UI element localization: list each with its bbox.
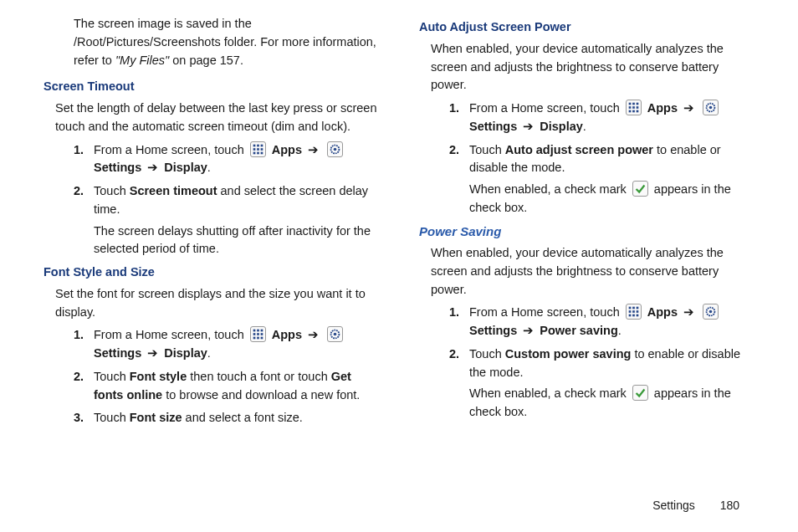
document-page: The screen image is saved in the /Root/P…	[0, 0, 798, 532]
a1-dot: .	[583, 120, 586, 133]
auto-step-1: From a Home screen, touch Apps ➔ Setting…	[449, 100, 755, 136]
font-step-2: Touch Font style then touch a font or to…	[74, 368, 379, 405]
arrow-icon: ➔	[681, 101, 697, 115]
p2-cont1: When enabled, a check mark	[469, 386, 630, 400]
st1-dot: .	[207, 161, 211, 174]
svg-rect-8	[260, 151, 263, 154]
svg-rect-18	[257, 337, 259, 340]
font-desc: Set the font for screen displays and the…	[55, 285, 379, 322]
svg-rect-25	[628, 106, 631, 109]
footer-section: Settings	[652, 499, 695, 512]
svg-rect-41	[636, 315, 638, 317]
svg-rect-26	[632, 106, 635, 109]
svg-rect-37	[632, 310, 635, 313]
f1-settings: Settings	[94, 346, 141, 360]
page-footer: Settings 180	[652, 499, 739, 512]
a2-cont: When enabled, a check mark appears in th…	[469, 181, 755, 217]
p2-cont: When enabled, a check mark appears in th…	[469, 385, 755, 422]
arrow-icon: ➔	[145, 346, 161, 360]
settings-icon	[327, 326, 343, 342]
svg-rect-40	[632, 315, 635, 317]
st1-settings: Settings	[94, 161, 141, 174]
f3-a: Touch	[94, 411, 130, 424]
checkmark-icon	[632, 385, 648, 401]
apps-icon	[626, 100, 642, 115]
intro-ref: "My Files"	[115, 54, 169, 67]
st2-cont: The screen delays shutting off after ina…	[94, 223, 379, 259]
f1-display: Display	[164, 346, 207, 360]
apps-icon	[250, 326, 266, 342]
screen-timeout-steps: From a Home screen, touch Apps ➔ Setting…	[74, 141, 379, 259]
svg-rect-29	[632, 110, 635, 113]
footer-page-number: 180	[720, 499, 739, 512]
svg-rect-23	[632, 103, 635, 105]
st1-apps: Apps	[272, 143, 302, 156]
svg-rect-27	[636, 106, 638, 109]
settings-icon	[703, 304, 719, 320]
power-step-2: Touch Custom power saving to enable or d…	[449, 345, 755, 422]
f3-b: Font size	[130, 411, 182, 424]
a2-a: Touch	[469, 143, 505, 156]
f3-c: and select a font size.	[182, 411, 303, 424]
svg-rect-15	[257, 333, 259, 335]
heading-font: Font Style and Size	[43, 263, 379, 282]
svg-rect-33	[628, 307, 631, 309]
arrow-icon: ➔	[305, 328, 321, 341]
svg-point-32	[709, 106, 713, 110]
settings-icon	[327, 141, 343, 157]
svg-rect-0	[253, 144, 255, 146]
svg-rect-13	[260, 330, 263, 332]
heading-power-saving: Power Saving	[419, 223, 755, 242]
svg-rect-39	[628, 315, 631, 317]
p2-a: Touch	[469, 347, 505, 361]
st1-display: Display	[164, 161, 207, 174]
font-step-1: From a Home screen, touch Apps ➔ Setting…	[74, 326, 379, 363]
arrow-icon: ➔	[520, 120, 536, 133]
heading-screen-timeout: Screen Timeout	[43, 78, 379, 96]
arrow-icon: ➔	[145, 161, 161, 174]
p1-apps: Apps	[647, 305, 678, 319]
a1-display: Display	[540, 120, 583, 133]
power-steps: From a Home screen, touch Apps ➔ Setting…	[449, 304, 755, 422]
intro-paragraph: The screen image is saved in the /Root/P…	[74, 15, 379, 69]
a2-b: Auto adjust screen power	[505, 143, 653, 156]
font-step-3: Touch Font size and select a font size.	[74, 409, 379, 427]
svg-rect-35	[636, 307, 638, 309]
a1-settings: Settings	[469, 120, 517, 133]
st2-b: Screen timeout	[130, 184, 217, 197]
svg-rect-30	[636, 110, 638, 113]
svg-point-10	[334, 147, 337, 151]
svg-rect-16	[260, 333, 263, 335]
a2-cont1: When enabled, a check mark	[469, 182, 630, 196]
a1-a: From a Home screen, touch	[469, 101, 623, 115]
p1-ps: Power saving	[540, 324, 617, 337]
svg-rect-34	[632, 307, 635, 309]
svg-rect-12	[257, 330, 259, 332]
svg-rect-38	[636, 310, 638, 313]
svg-rect-28	[628, 110, 631, 113]
svg-rect-24	[636, 103, 638, 105]
left-column: The screen image is saved in the /Root/P…	[43, 15, 379, 517]
svg-rect-1	[257, 144, 259, 146]
svg-point-43	[709, 310, 713, 314]
svg-point-21	[334, 333, 337, 336]
svg-rect-6	[253, 151, 255, 154]
power-step-1: From a Home screen, touch Apps ➔ Setting…	[449, 304, 755, 340]
font-steps: From a Home screen, touch Apps ➔ Setting…	[74, 326, 379, 427]
st-step-1: From a Home screen, touch Apps ➔ Setting…	[74, 141, 379, 178]
svg-rect-17	[253, 337, 255, 340]
f1-dot: .	[207, 346, 211, 360]
p1-a: From a Home screen, touch	[469, 305, 623, 319]
power-desc: When enabled, your device automatically …	[431, 244, 755, 299]
apps-icon	[626, 304, 642, 320]
f1-a: From a Home screen, touch	[94, 328, 248, 341]
two-column-layout: The screen image is saved in the /Root/P…	[43, 15, 755, 517]
svg-rect-14	[253, 333, 255, 335]
auto-desc: When enabled, your device automatically …	[431, 40, 755, 95]
f2-e: to browse and download a new font.	[162, 388, 360, 402]
settings-icon	[703, 100, 719, 115]
svg-rect-7	[257, 151, 259, 154]
st-step-2: Touch Screen timeout and select the scre…	[74, 182, 379, 258]
screen-timeout-desc: Set the length of delay between the last…	[55, 100, 379, 136]
arrow-icon: ➔	[681, 305, 697, 319]
